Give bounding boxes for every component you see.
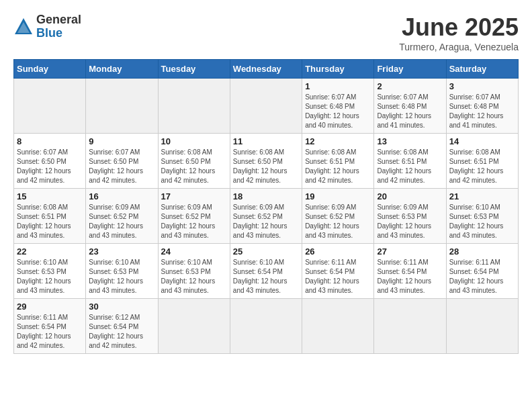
day-number: 26 xyxy=(305,246,371,257)
day-number: 30 xyxy=(89,302,154,312)
weekday-header-monday: Monday xyxy=(86,60,158,79)
calendar-cell: 9Sunrise: 6:07 AMSunset: 6:50 PMDaylight… xyxy=(86,134,158,189)
day-info: Sunrise: 6:11 AMSunset: 6:54 PMDaylight:… xyxy=(17,313,83,351)
calendar-cell xyxy=(302,299,374,354)
day-info: Sunrise: 6:08 AMSunset: 6:51 PMDaylight:… xyxy=(449,148,515,185)
calendar-cell: 21Sunrise: 6:10 AMSunset: 6:53 PMDayligh… xyxy=(446,189,518,244)
day-number: 24 xyxy=(161,246,227,257)
calendar-cell xyxy=(158,79,230,134)
calendar-cell: 12Sunrise: 6:08 AMSunset: 6:51 PMDayligh… xyxy=(302,134,374,189)
weekday-header-thursday: Thursday xyxy=(302,60,374,79)
weekday-header-wednesday: Wednesday xyxy=(230,60,302,79)
day-number: 16 xyxy=(89,191,154,201)
calendar-cell xyxy=(14,79,86,134)
day-info: Sunrise: 6:07 AMSunset: 6:48 PMDaylight:… xyxy=(377,93,443,130)
day-number: 18 xyxy=(233,191,299,201)
day-info: Sunrise: 6:08 AMSunset: 6:51 PMDaylight:… xyxy=(17,203,83,240)
calendar-cell: 24Sunrise: 6:10 AMSunset: 6:53 PMDayligh… xyxy=(158,244,230,299)
day-number: 23 xyxy=(89,246,154,257)
weekday-header-row: SundayMondayTuesdayWednesdayThursdayFrid… xyxy=(14,60,519,79)
calendar-cell: 11Sunrise: 6:08 AMSunset: 6:50 PMDayligh… xyxy=(230,134,302,189)
weekday-header-saturday: Saturday xyxy=(446,60,518,79)
logo-blue: Blue xyxy=(36,27,81,40)
day-info: Sunrise: 6:07 AMSunset: 6:48 PMDaylight:… xyxy=(449,93,515,130)
day-number: 13 xyxy=(377,136,443,146)
calendar-cell xyxy=(230,79,302,134)
calendar-body: 1Sunrise: 6:07 AMSunset: 6:48 PMDaylight… xyxy=(14,79,519,354)
day-number: 12 xyxy=(305,136,371,146)
calendar-cell: 3Sunrise: 6:07 AMSunset: 6:48 PMDaylight… xyxy=(446,79,518,134)
day-info: Sunrise: 6:09 AMSunset: 6:52 PMDaylight:… xyxy=(161,203,227,240)
day-info: Sunrise: 6:10 AMSunset: 6:53 PMDaylight:… xyxy=(161,258,227,295)
day-number: 10 xyxy=(161,136,227,146)
page-header: General Blue June 2025 Turmero, Aragua, … xyxy=(13,13,519,52)
day-info: Sunrise: 6:10 AMSunset: 6:54 PMDaylight:… xyxy=(233,258,299,295)
calendar-cell: 13Sunrise: 6:08 AMSunset: 6:51 PMDayligh… xyxy=(374,134,446,189)
calendar-week-4: 22Sunrise: 6:10 AMSunset: 6:53 PMDayligh… xyxy=(14,244,519,299)
day-info: Sunrise: 6:10 AMSunset: 6:53 PMDaylight:… xyxy=(449,203,515,240)
weekday-header-sunday: Sunday xyxy=(14,60,86,79)
calendar-cell: 27Sunrise: 6:11 AMSunset: 6:54 PMDayligh… xyxy=(374,244,446,299)
day-number: 27 xyxy=(377,246,443,257)
weekday-header-tuesday: Tuesday xyxy=(158,60,230,79)
day-info: Sunrise: 6:09 AMSunset: 6:52 PMDaylight:… xyxy=(305,203,371,240)
calendar-cell: 26Sunrise: 6:11 AMSunset: 6:54 PMDayligh… xyxy=(302,244,374,299)
day-number: 8 xyxy=(17,136,83,146)
calendar-cell: 23Sunrise: 6:10 AMSunset: 6:53 PMDayligh… xyxy=(86,244,158,299)
day-number: 29 xyxy=(17,302,83,312)
day-number: 1 xyxy=(305,81,371,91)
calendar-cell: 1Sunrise: 6:07 AMSunset: 6:48 PMDaylight… xyxy=(302,79,374,134)
day-number: 22 xyxy=(17,246,83,257)
calendar-cell: 8Sunrise: 6:07 AMSunset: 6:50 PMDaylight… xyxy=(14,134,86,189)
day-info: Sunrise: 6:07 AMSunset: 6:50 PMDaylight:… xyxy=(89,148,154,185)
day-number: 20 xyxy=(377,191,443,201)
day-info: Sunrise: 6:10 AMSunset: 6:53 PMDaylight:… xyxy=(89,258,154,295)
calendar-table: SundayMondayTuesdayWednesdayThursdayFrid… xyxy=(13,59,519,354)
day-number: 15 xyxy=(17,191,83,201)
day-info: Sunrise: 6:11 AMSunset: 6:54 PMDaylight:… xyxy=(449,258,515,295)
calendar-cell: 14Sunrise: 6:08 AMSunset: 6:51 PMDayligh… xyxy=(446,134,518,189)
day-number: 19 xyxy=(305,191,371,201)
calendar-cell: 22Sunrise: 6:10 AMSunset: 6:53 PMDayligh… xyxy=(14,244,86,299)
calendar-cell xyxy=(230,299,302,354)
location: Turmero, Aragua, Venezuela xyxy=(399,42,519,52)
logo-icon xyxy=(13,17,34,37)
day-info: Sunrise: 6:11 AMSunset: 6:54 PMDaylight:… xyxy=(377,258,443,295)
calendar-cell: 28Sunrise: 6:11 AMSunset: 6:54 PMDayligh… xyxy=(446,244,518,299)
calendar-cell: 30Sunrise: 6:12 AMSunset: 6:54 PMDayligh… xyxy=(86,299,158,354)
logo: General Blue xyxy=(13,13,81,40)
day-info: Sunrise: 6:10 AMSunset: 6:53 PMDaylight:… xyxy=(17,258,83,295)
day-number: 9 xyxy=(89,136,154,146)
day-info: Sunrise: 6:08 AMSunset: 6:51 PMDaylight:… xyxy=(305,148,371,185)
calendar-week-2: 8Sunrise: 6:07 AMSunset: 6:50 PMDaylight… xyxy=(14,134,519,189)
calendar-week-5: 29Sunrise: 6:11 AMSunset: 6:54 PMDayligh… xyxy=(14,299,519,354)
calendar-cell: 15Sunrise: 6:08 AMSunset: 6:51 PMDayligh… xyxy=(14,189,86,244)
day-info: Sunrise: 6:09 AMSunset: 6:53 PMDaylight:… xyxy=(377,203,443,240)
calendar-cell: 25Sunrise: 6:10 AMSunset: 6:54 PMDayligh… xyxy=(230,244,302,299)
calendar-cell: 16Sunrise: 6:09 AMSunset: 6:52 PMDayligh… xyxy=(86,189,158,244)
calendar-cell xyxy=(374,299,446,354)
calendar-cell xyxy=(86,79,158,134)
day-number: 21 xyxy=(449,191,515,201)
day-number: 11 xyxy=(233,136,299,146)
day-info: Sunrise: 6:12 AMSunset: 6:54 PMDaylight:… xyxy=(89,313,154,351)
weekday-header-friday: Friday xyxy=(374,60,446,79)
calendar-cell: 20Sunrise: 6:09 AMSunset: 6:53 PMDayligh… xyxy=(374,189,446,244)
calendar-week-1: 1Sunrise: 6:07 AMSunset: 6:48 PMDaylight… xyxy=(14,79,519,134)
logo-text: General Blue xyxy=(36,13,81,40)
calendar-cell xyxy=(446,299,518,354)
calendar-cell: 19Sunrise: 6:09 AMSunset: 6:52 PMDayligh… xyxy=(302,189,374,244)
day-info: Sunrise: 6:08 AMSunset: 6:50 PMDaylight:… xyxy=(233,148,299,185)
day-number: 2 xyxy=(377,81,443,91)
calendar-week-3: 15Sunrise: 6:08 AMSunset: 6:51 PMDayligh… xyxy=(14,189,519,244)
day-info: Sunrise: 6:08 AMSunset: 6:50 PMDaylight:… xyxy=(161,148,227,185)
title-block: June 2025 Turmero, Aragua, Venezuela xyxy=(399,13,519,52)
logo-general: General xyxy=(36,13,81,27)
day-number: 3 xyxy=(449,81,515,91)
day-number: 14 xyxy=(449,136,515,146)
day-number: 25 xyxy=(233,246,299,257)
day-info: Sunrise: 6:07 AMSunset: 6:48 PMDaylight:… xyxy=(305,93,371,130)
day-info: Sunrise: 6:09 AMSunset: 6:52 PMDaylight:… xyxy=(89,203,154,240)
calendar-cell: 2Sunrise: 6:07 AMSunset: 6:48 PMDaylight… xyxy=(374,79,446,134)
calendar-cell: 17Sunrise: 6:09 AMSunset: 6:52 PMDayligh… xyxy=(158,189,230,244)
